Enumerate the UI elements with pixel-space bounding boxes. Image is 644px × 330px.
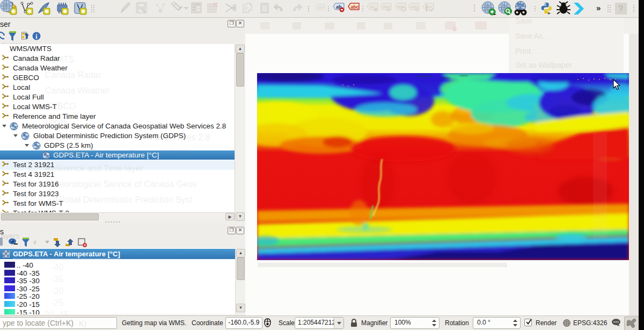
svg-text:?: ? bbox=[618, 4, 623, 13]
svg-text:abc: abc bbox=[351, 4, 359, 10]
svg-text:abc: abc bbox=[425, 4, 432, 9]
svg-text:»: » bbox=[596, 3, 601, 12]
svg-text:ε: ε bbox=[34, 238, 36, 246]
svg-text:ab: ab bbox=[370, 4, 375, 9]
svg-text:abc: abc bbox=[318, 5, 325, 10]
